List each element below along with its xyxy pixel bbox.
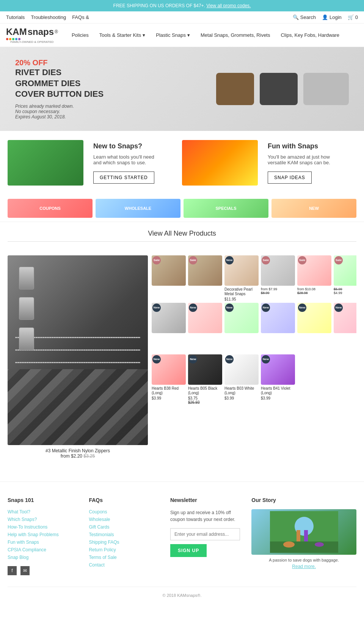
newsletter-title: Newsletter	[170, 497, 240, 503]
footer-our-story: Our Story A passion to save dogs with ba…	[251, 497, 356, 575]
promo-strips: COUPONS WHOLESALE SPECIALS NEW	[0, 195, 364, 222]
feature-desc-fun-snaps: You'll be amazed at just howversatile KA…	[268, 154, 353, 165]
our-story-read-more[interactable]: Read more.	[251, 564, 356, 569]
fun-with-snaps-image	[182, 140, 258, 186]
featured-product-price: from $2.20 $3.25	[8, 453, 148, 459]
features-section: New to Snaps? Learn what tools you'll ne…	[0, 131, 364, 195]
footer-copyright: © 2018 KAMsnaps®.	[8, 587, 356, 598]
svg-rect-3	[297, 530, 300, 541]
product-card[interactable]: New Hearts B38 Red (Long) $3.99	[152, 354, 186, 404]
search-link[interactable]: 🔍 Search	[293, 14, 316, 20]
featured-product: #3 Metallic Finish Nylon Zippers from $2…	[8, 255, 148, 459]
new-to-snaps-image	[8, 140, 83, 186]
promo-specials[interactable]: SPECIALS	[184, 199, 268, 218]
chevron-down-icon: ▾	[143, 32, 145, 38]
facebook-icon[interactable]: f	[8, 566, 17, 575]
product-card[interactable]: New	[334, 303, 356, 353]
getting-started-button[interactable]: GETTING STARTED	[93, 172, 154, 184]
faqs-wholesale[interactable]: Wholesale	[89, 517, 158, 522]
faqs-coupons[interactable]: Coupons	[89, 509, 158, 515]
hero-desc: Prices already marked down. No coupon ne…	[15, 104, 216, 120]
svg-rect-1	[270, 541, 338, 553]
products-row-2-badges: New New New New New	[152, 303, 356, 353]
newsletter-desc: Sign up and receive a 10% off coupon tow…	[170, 509, 240, 523]
footer-snaps101: Snaps 101 What Tool? Which Snaps? How-To…	[8, 497, 77, 575]
cart-link[interactable]: 🛒 0	[348, 14, 358, 20]
top-nav: Tutorials Troubleshooting FAQs & 🔍 Searc…	[0, 11, 364, 24]
grommet-image	[260, 73, 298, 105]
announcement-bar: FREE SHIPPING ON US ORDERS OF $47+. View…	[0, 0, 364, 11]
feature-title-fun-snaps: Fun with Snaps	[268, 142, 353, 150]
snaps101-cpsia[interactable]: CPSIA Compliance	[8, 547, 77, 552]
product-card[interactable]: Sale from $10.08$28.98	[297, 255, 331, 301]
social-links: f ✉	[8, 566, 77, 575]
product-card[interactable]: New	[261, 303, 295, 353]
faqs-link[interactable]: FAQs &	[72, 14, 89, 20]
email-icon[interactable]: ✉	[20, 566, 30, 575]
main-nav: KAMsnaps® FAMILY-OWNED & OPERATED Polici…	[0, 24, 364, 47]
footer-newsletter: Newsletter Sign up and receive a 10% off…	[170, 497, 240, 575]
snaps101-what-tool[interactable]: What Tool?	[8, 509, 77, 515]
faqs-shipping[interactable]: Shipping FAQs	[89, 540, 158, 545]
product-card[interactable]: New	[297, 303, 331, 353]
troubleshooting-link[interactable]: Troubleshooting	[31, 14, 66, 20]
faqs-terms[interactable]: Terms of Sale	[89, 555, 158, 560]
our-story-title: Our Story	[251, 497, 356, 503]
cover-button-image	[303, 73, 349, 105]
product-card[interactable]: Sale	[152, 255, 186, 301]
promo-wholesale[interactable]: WHOLESALE	[96, 199, 180, 218]
tutorials-link[interactable]: Tutorials	[6, 14, 25, 20]
product-card[interactable]: Sale	[188, 255, 222, 301]
promo-link[interactable]: View all promo codes.	[206, 3, 251, 8]
nav-items: Policies Tools & Starter Kits ▾ Plastic …	[67, 29, 358, 41]
faqs-gift-cards[interactable]: Gift Cards	[89, 524, 158, 530]
product-decorative-pearl[interactable]: New Decorative Pearl Metal Snaps $11.95	[224, 255, 259, 301]
snaps101-howto[interactable]: How-To Instructions	[8, 524, 77, 530]
product-card[interactable]: Sale from $7.99$8.99	[261, 255, 295, 301]
nav-plastic-snaps[interactable]: Plastic Snaps ▾	[151, 29, 195, 41]
snaps101-help[interactable]: Help with Snap Problems	[8, 532, 77, 537]
feature-new-to-snaps: New to Snaps? Learn what tools you'll ne…	[8, 138, 182, 187]
product-card[interactable]: New	[152, 303, 186, 353]
new-products-title[interactable]: View All New Products	[8, 230, 356, 238]
products-grid: Sale Sale New Decorative Pearl Metal Sna…	[152, 255, 356, 459]
svg-rect-4	[304, 530, 308, 541]
hero-title: RIVET DIES GROMMET DIES COVER BUTTON DIE…	[15, 67, 216, 100]
product-card[interactable]: New	[224, 303, 259, 353]
faqs-contact[interactable]: Contact	[89, 562, 158, 568]
promo-new[interactable]: NEW	[271, 199, 356, 218]
footer-faqs: FAQs Coupons Wholesale Gift Cards Testim…	[89, 497, 158, 575]
faqs-return[interactable]: Return Policy	[89, 547, 158, 552]
cart-icon: 🛒	[348, 14, 354, 20]
faqs-title: FAQs	[89, 497, 158, 503]
announcement-text: FREE SHIPPING ON US ORDERS OF $47+.	[113, 3, 205, 8]
snaps101-blog[interactable]: Snap Blog	[8, 555, 77, 560]
product-card[interactable]: New Hearts B41 Violet (Long) $3.99	[261, 354, 295, 404]
logo[interactable]: KAMsnaps® FAMILY-OWNED & OPERATED	[6, 27, 58, 44]
newsletter-signup-button[interactable]: SIGN UP	[170, 544, 207, 557]
nav-tools[interactable]: Tools & Starter Kits ▾	[95, 29, 150, 41]
section-divider	[8, 241, 356, 242]
feature-content-new-snaps: New to Snaps? Learn what tools you'll ne…	[89, 138, 182, 187]
snaps101-which-snaps[interactable]: Which Snaps?	[8, 517, 77, 522]
product-card[interactable]: New Hearts B05 Black (Long) $3.75 $26.93	[188, 354, 222, 404]
user-icon: 👤	[322, 14, 328, 20]
rivet-image	[216, 73, 254, 105]
hero-images	[216, 73, 349, 105]
snap-ideas-button[interactable]: SNAP IDEAS	[268, 172, 312, 184]
faqs-testimonials[interactable]: Testimonials	[89, 532, 158, 537]
product-card[interactable]: Sale $5.99$4.99	[334, 255, 356, 301]
nav-metal-snaps[interactable]: Metal Snaps, Grommets, Rivets	[196, 29, 275, 41]
products-row-badges: Sale Sale New Decorative Pearl Metal Sna…	[152, 255, 356, 301]
snaps101-fun[interactable]: Fun with Snaps	[8, 540, 77, 545]
nav-policies[interactable]: Policies	[67, 29, 93, 41]
login-link[interactable]: 👤 Login	[322, 14, 342, 20]
newsletter-email-input[interactable]	[170, 528, 240, 540]
product-card[interactable]: New Hearts B03 White (Long) $3.99	[224, 354, 259, 404]
footer: Snaps 101 What Tool? Which Snaps? How-To…	[0, 482, 364, 605]
top-nav-right: 🔍 Search 👤 Login 🛒 0	[293, 14, 358, 20]
nav-clips[interactable]: Clips, Key Fobs, Hardware	[276, 29, 344, 41]
our-story-image	[251, 509, 356, 555]
product-card[interactable]: New	[188, 303, 222, 353]
promo-coupons[interactable]: COUPONS	[8, 199, 93, 218]
